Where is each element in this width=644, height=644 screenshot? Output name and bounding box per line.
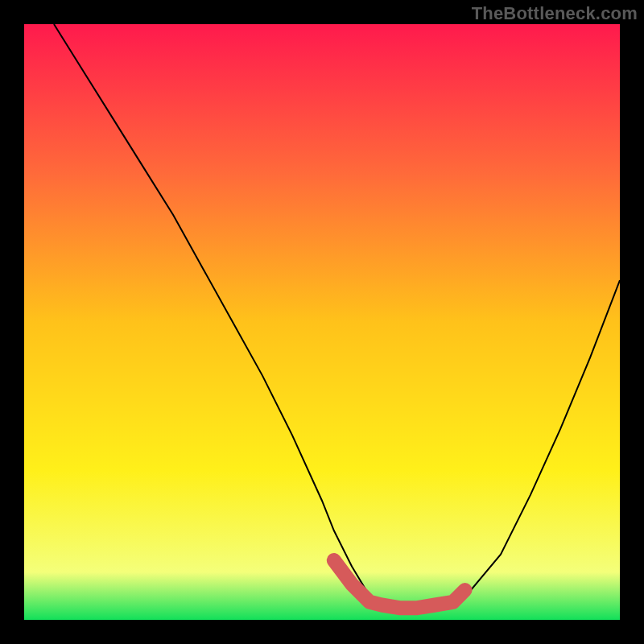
chart-plot-area <box>24 24 620 620</box>
watermark-text: TheBottleneck.com <box>472 3 638 24</box>
bottleneck-curve-svg <box>24 24 620 620</box>
optimum-zone-highlight <box>334 560 465 608</box>
chart-frame: TheBottleneck.com <box>0 0 644 644</box>
bottleneck-curve <box>54 24 620 608</box>
